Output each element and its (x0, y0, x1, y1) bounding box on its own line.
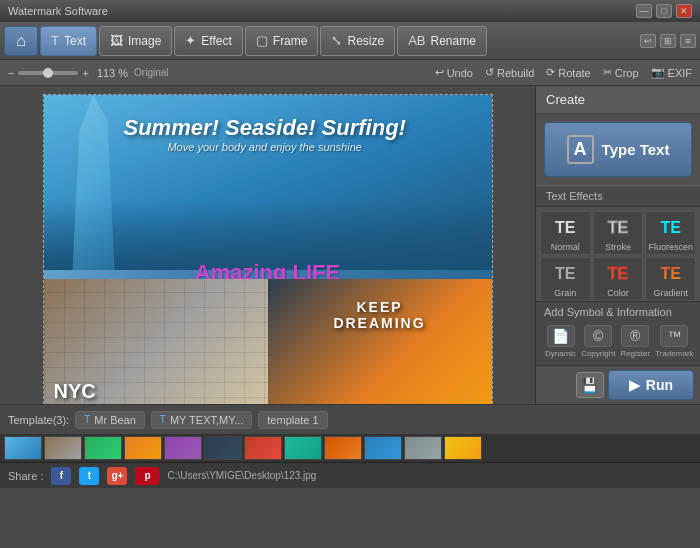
film-thumb-7[interactable] (244, 436, 282, 460)
save-button[interactable]: 💾 (576, 372, 604, 398)
rename-icon: AB (408, 33, 425, 48)
effect-te-fluor: TE (660, 216, 680, 240)
film-thumb-2[interactable] (44, 436, 82, 460)
zoom-minus-icon[interactable]: − (8, 67, 14, 79)
status-bar: Share : f t g+ p C:\Users\YMIGE\Desktop\… (0, 462, 700, 488)
symbol-trademark[interactable]: ™ Trademark (654, 322, 694, 361)
close-button[interactable]: ✕ (676, 4, 692, 18)
register-icon: ® (621, 325, 649, 347)
resize-icon: ⤡ (331, 33, 342, 48)
facebook-button[interactable]: f (51, 467, 71, 485)
googleplus-button[interactable]: g+ (107, 467, 127, 485)
canvas-wrapper[interactable]: Summer! Seaside! Surfing! Move your body… (43, 94, 493, 404)
crop-button[interactable]: ✂ Crop (603, 66, 639, 79)
tab-resize[interactable]: ⤡ Resize (320, 26, 395, 56)
run-button[interactable]: ▶ Run (608, 370, 694, 400)
minimize-button[interactable]: — (636, 4, 652, 18)
tab-frame-label: Frame (273, 34, 308, 48)
zoom-plus-icon[interactable]: + (82, 67, 88, 79)
dream-label: KEEPDREAMING (333, 299, 425, 331)
rebuild-icon: ↺ (485, 66, 494, 79)
effect-te-gradient: TE (660, 262, 680, 286)
surf-section: Summer! Seaside! Surfing! Move your body… (44, 95, 492, 270)
tab-text[interactable]: T Text (40, 26, 97, 56)
rotate-label: Rotate (558, 67, 590, 79)
bottom-images: NYC KEEPDREAMING (44, 279, 492, 404)
zoom-area: − + 113 % Original (8, 67, 169, 79)
film-thumb-12[interactable] (444, 436, 482, 460)
twitter-button[interactable]: t (79, 467, 99, 485)
film-thumb-11[interactable] (404, 436, 442, 460)
maximize-button[interactable]: □ (656, 4, 672, 18)
image-icon: 🖼 (110, 33, 123, 48)
undo-button[interactable]: ↩ Undo (435, 66, 473, 79)
effect-color-label: Color (607, 288, 629, 298)
template-bar: Template(3): T Mr Bean T MY TEXT,MY... t… (0, 404, 700, 434)
main-area: Summer! Seaside! Surfing! Move your body… (0, 86, 700, 404)
rotate-button[interactable]: ⟳ Rotate (546, 66, 590, 79)
film-thumb-8[interactable] (284, 436, 322, 460)
toolbar-undo-icon[interactable]: ↩ (640, 34, 656, 48)
file-path: C:\Users\YMIGE\Desktop\123.jpg (167, 470, 316, 481)
tab-text-label: Text (64, 34, 86, 48)
text-effects-label: Text Effects (536, 185, 700, 207)
nyc-section: NYC (44, 279, 268, 404)
toolbar-extra2[interactable]: ≡ (680, 34, 696, 48)
effect-icon: ✦ (185, 33, 196, 48)
template-t-icon: T (84, 414, 90, 425)
crop-icon: ✂ (603, 66, 612, 79)
film-thumb-4[interactable] (124, 436, 162, 460)
zoom-slider[interactable] (18, 71, 78, 75)
tab-rename-label: Rename (431, 34, 476, 48)
effect-color[interactable]: TE Color (593, 257, 644, 301)
template-template1[interactable]: template 1 (258, 411, 327, 429)
effect-te-grain: TE (555, 262, 575, 286)
exif-button[interactable]: 📷 EXIF (651, 66, 692, 79)
effect-fluor[interactable]: TE Fluorescen (645, 211, 696, 255)
template-mr-bean[interactable]: T Mr Bean (75, 411, 145, 429)
frame-icon: ▢ (256, 33, 268, 48)
exif-icon: 📷 (651, 66, 665, 79)
type-text-button[interactable]: A Type Text (544, 122, 692, 177)
tab-effect[interactable]: ✦ Effect (174, 26, 242, 56)
register-label: Register (620, 349, 650, 358)
text-icon: T (51, 33, 59, 48)
surfer-text: Summer! Seaside! Surfing! Move your body… (124, 115, 406, 153)
home-button[interactable]: ⌂ (4, 26, 38, 56)
surf-subtitle: Move your body and enjoy the sunshine (124, 141, 406, 153)
symbol-copyright[interactable]: © Copyright (580, 322, 616, 361)
film-thumb-3[interactable] (84, 436, 122, 460)
tab-image-label: Image (128, 34, 161, 48)
zoom-value: 113 % (97, 67, 128, 79)
template-my-text[interactable]: T MY TEXT,MY... (151, 411, 252, 429)
effect-grain[interactable]: TE Grain (540, 257, 591, 301)
symbol-register[interactable]: ® Register (619, 322, 651, 361)
undo-icon: ↩ (435, 66, 444, 79)
symbol-dynamic[interactable]: 📄 Dynamic (544, 322, 577, 361)
surf-title: Summer! Seaside! Surfing! (124, 115, 406, 141)
film-thumb-6[interactable] (204, 436, 242, 460)
type-text-label: Type Text (602, 141, 670, 158)
film-thumb-10[interactable] (364, 436, 402, 460)
copyright-label: Copyright (581, 349, 615, 358)
template-mr-bean-label: Mr Bean (94, 414, 136, 426)
exif-label: EXIF (668, 67, 692, 79)
rebuild-button[interactable]: ↺ Rebuild (485, 66, 534, 79)
film-thumb-9[interactable] (324, 436, 362, 460)
effect-gradient[interactable]: TE Gradient (645, 257, 696, 301)
tab-image[interactable]: 🖼 Image (99, 26, 172, 56)
home-icon: ⌂ (16, 32, 26, 50)
film-thumb-5[interactable] (164, 436, 202, 460)
effect-normal[interactable]: TE Normal (540, 211, 591, 255)
save-icon: 💾 (581, 377, 598, 393)
film-thumb-1[interactable] (4, 436, 42, 460)
toolbar-extra1[interactable]: ⊞ (660, 34, 676, 48)
effect-stroke[interactable]: TE Stroke (593, 211, 644, 255)
symbol-grid: 📄 Dynamic © Copyright ® Register ™ Trade… (544, 322, 692, 361)
right-run-area: 💾 ▶ Run (536, 365, 700, 404)
tab-frame[interactable]: ▢ Frame (245, 26, 319, 56)
app-title: Watermark Software (8, 5, 108, 17)
share-label: Share : (8, 470, 43, 482)
pinterest-button[interactable]: p (135, 467, 159, 485)
tab-rename[interactable]: AB Rename (397, 26, 487, 56)
